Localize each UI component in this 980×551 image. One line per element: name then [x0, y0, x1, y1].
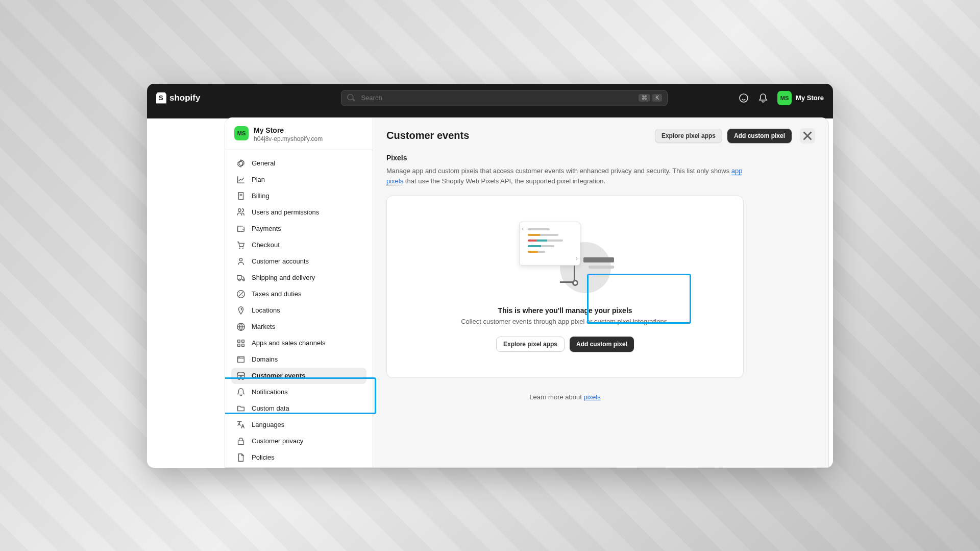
- truck-icon: [236, 273, 246, 282]
- sidebar-item-label: Markets: [252, 323, 275, 330]
- topbar-right: MS My Store: [739, 91, 824, 105]
- empty-add-button[interactable]: Add custom pixel: [570, 337, 634, 352]
- store-avatar-small: MS: [234, 126, 249, 140]
- app-window: shopify ⌘ K MS My Store MS My Store: [147, 84, 833, 468]
- sidebar-item-label: General: [252, 159, 275, 167]
- sidebar-item-taxes-and-duties[interactable]: Taxes and duties: [231, 286, 366, 302]
- settings-modal: MS My Store h04j8v-ep.myshopify.com Gene…: [225, 117, 829, 468]
- sidebar-item-domains[interactable]: Domains: [231, 351, 366, 368]
- sidebar-item-locations[interactable]: Locations: [231, 302, 366, 319]
- sidebar-item-label: Checkout: [252, 241, 280, 249]
- section-description: Manage app and custom pixels that access…: [386, 166, 744, 186]
- empty-explore-button[interactable]: Explore pixel apps: [496, 337, 565, 352]
- sidebar-item-label: Notifications: [252, 388, 288, 396]
- store-avatar: MS: [777, 91, 792, 105]
- atom-icon: [236, 371, 246, 380]
- sidebar-item-label: Customer accounts: [252, 257, 309, 265]
- sidebar-item-label: Custom data: [252, 404, 289, 412]
- sidebar-item-customer-privacy[interactable]: Customer privacy: [231, 433, 366, 449]
- store-name: My Store: [796, 94, 824, 102]
- settings-content: Customer events Explore pixel apps Add c…: [373, 118, 828, 467]
- empty-title: This is where you'll manage your pixels: [498, 306, 632, 315]
- sidebar-item-label: Taxes and duties: [252, 290, 302, 298]
- search-bar[interactable]: ⌘ K: [341, 90, 668, 106]
- search-shortcut: ⌘ K: [639, 94, 662, 102]
- empty-actions: Explore pixel apps Add custom pixel: [496, 337, 634, 352]
- sidebar-item-checkout[interactable]: Checkout: [231, 237, 366, 253]
- search-icon: [347, 93, 356, 103]
- pixels-doc-link[interactable]: pixels: [583, 393, 600, 401]
- search-input[interactable]: [361, 94, 633, 102]
- sidebar-item-languages[interactable]: Languages: [231, 417, 366, 433]
- sidebar-store-name: My Store: [254, 126, 323, 134]
- pin-icon: [236, 306, 246, 315]
- chart-icon: [236, 175, 246, 184]
- whats-new-icon[interactable]: [739, 93, 749, 103]
- notifications-icon[interactable]: [758, 93, 768, 103]
- percent-icon: [236, 290, 246, 299]
- shopify-bag-icon: [156, 92, 166, 104]
- explore-pixel-apps-button[interactable]: Explore pixel apps: [655, 129, 722, 143]
- gear-icon: [236, 159, 246, 168]
- settings-sidebar: MS My Store h04j8v-ep.myshopify.com Gene…: [225, 118, 373, 467]
- translate-icon: [236, 420, 246, 429]
- receipt-icon: [236, 191, 246, 201]
- close-settings-button[interactable]: [800, 128, 815, 143]
- bell-icon: [236, 388, 246, 397]
- page-title: Customer events: [386, 130, 469, 141]
- lock-icon: [236, 437, 246, 446]
- sidebar-item-customer-accounts[interactable]: Customer accounts: [231, 253, 366, 270]
- settings-nav: GeneralPlanBillingUsers and permissionsP…: [225, 150, 373, 467]
- sidebar-item-notifications[interactable]: Notifications: [231, 384, 366, 400]
- sidebar-item-label: Users and permissions: [252, 208, 319, 216]
- sidebar-item-custom-data[interactable]: Custom data: [231, 400, 366, 417]
- sidebar-item-label: Billing: [252, 192, 270, 200]
- browser-icon: [236, 355, 246, 364]
- empty-description: Collect customer events through app pixe…: [461, 318, 669, 325]
- document-icon: [236, 453, 246, 462]
- cart-icon: [236, 241, 246, 250]
- store-menu[interactable]: MS My Store: [777, 91, 824, 105]
- topbar: shopify ⌘ K MS My Store: [147, 84, 833, 112]
- sidebar-item-label: Customer privacy: [252, 437, 303, 445]
- folder-icon: [236, 404, 246, 413]
- grid-icon: [236, 339, 246, 348]
- page-actions: Explore pixel apps Add custom pixel: [655, 128, 815, 143]
- sidebar-item-label: Locations: [252, 306, 280, 314]
- sidebar-item-label: Shipping and delivery: [252, 274, 315, 281]
- sidebar-item-billing[interactable]: Billing: [231, 188, 366, 204]
- sidebar-item-users-and-permissions[interactable]: Users and permissions: [231, 204, 366, 221]
- sidebar-item-customer-events[interactable]: Customer events: [231, 368, 366, 384]
- sidebar-item-label: Apps and sales channels: [252, 339, 326, 347]
- sidebar-item-policies[interactable]: Policies: [231, 449, 366, 466]
- sidebar-item-label: Plan: [252, 176, 265, 183]
- sidebar-item-apps-and-sales-channels[interactable]: Apps and sales channels: [231, 335, 366, 351]
- sidebar-item-plan[interactable]: Plan: [231, 172, 366, 188]
- wallet-icon: [236, 224, 246, 233]
- globe-icon: [236, 322, 246, 331]
- users-icon: [236, 208, 246, 217]
- sidebar-item-general[interactable]: General: [231, 155, 366, 172]
- shopify-logo[interactable]: shopify: [156, 92, 200, 104]
- page-header: Customer events Explore pixel apps Add c…: [386, 128, 815, 143]
- sidebar-item-markets[interactable]: Markets: [231, 319, 366, 335]
- sidebar-item-label: Languages: [252, 421, 284, 428]
- brand-text: shopify: [169, 93, 200, 103]
- person-icon: [236, 257, 246, 266]
- learn-more: Learn more about pixels: [386, 393, 744, 401]
- sidebar-header: MS My Store h04j8v-ep.myshopify.com: [225, 118, 373, 150]
- sidebar-store-domain: h04j8v-ep.myshopify.com: [254, 135, 323, 142]
- sidebar-item-shipping-and-delivery[interactable]: Shipping and delivery: [231, 270, 366, 286]
- sidebar-item-label: Payments: [252, 225, 281, 232]
- close-icon: [800, 128, 815, 143]
- sidebar-item-label: Policies: [252, 453, 275, 461]
- sidebar-item-payments[interactable]: Payments: [231, 221, 366, 237]
- empty-state: ‹ › This is where you'll manage your pix…: [402, 217, 728, 352]
- add-custom-pixel-button[interactable]: Add custom pixel: [727, 129, 792, 143]
- empty-illustration: ‹ ›: [519, 217, 611, 293]
- sidebar-item-label: Customer events: [252, 372, 305, 379]
- pixels-empty-card: ‹ › This is where you'll manage your pix…: [386, 196, 744, 378]
- sidebar-item-label: Domains: [252, 355, 278, 363]
- section-title: Pixels: [386, 154, 815, 162]
